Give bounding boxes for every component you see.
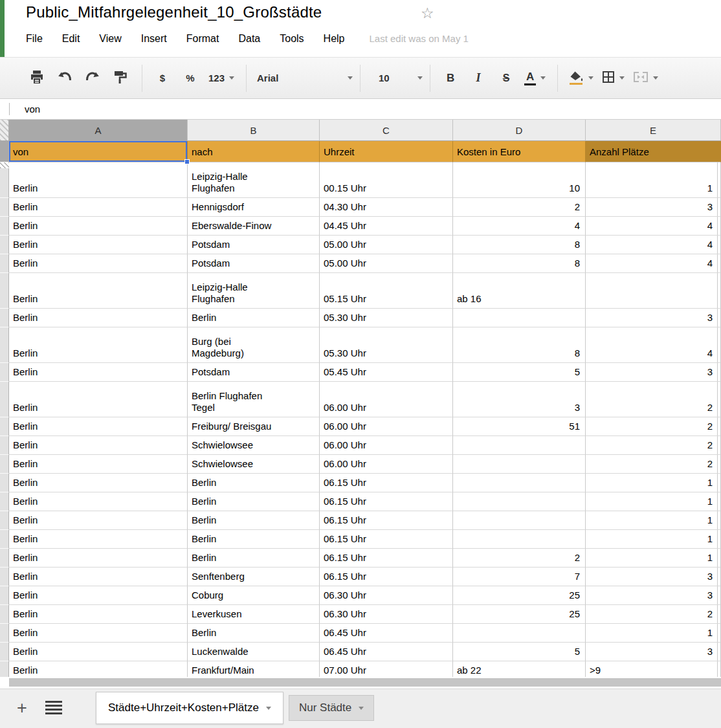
cell[interactable]: Leverkusen [188,605,320,624]
cell[interactable]: Berlin [9,162,188,198]
row-header[interactable] [0,198,9,217]
row-header[interactable] [0,511,9,530]
row-header[interactable] [0,217,9,236]
cell[interactable]: Freiburg/ Breisgau [188,417,320,436]
cell[interactable]: 2 [586,436,721,455]
cell[interactable]: 04.30 Uhr [320,198,453,217]
cell[interactable]: 3 [586,198,721,217]
cell[interactable]: Schwielowsee [188,455,320,474]
row-header[interactable] [0,273,9,309]
cell[interactable]: 2 [453,549,586,568]
cell[interactable]: Eberswalde-Finow [188,217,320,236]
add-sheet-button[interactable]: + [10,696,34,720]
chevron-down-icon[interactable] [359,707,364,710]
cell[interactable]: 2 [586,382,721,417]
cell[interactable]: Luckenwalde [188,643,320,661]
cell[interactable] [453,530,586,549]
cell[interactable]: 1 [586,530,721,549]
cell[interactable]: 1 [586,162,721,198]
cell[interactable]: Senftenberg [188,568,320,586]
cell[interactable]: Berlin [9,327,188,363]
chevron-down-icon[interactable] [266,707,271,710]
cell[interactable]: 3 [586,568,721,586]
cell[interactable]: 5 [453,363,586,382]
row-header[interactable] [0,436,9,455]
cell[interactable]: Kosten in Euro [453,141,586,162]
row-header[interactable] [0,643,9,661]
cell[interactable]: 4 [453,217,586,236]
cell[interactable]: Berlin [9,217,188,236]
cell[interactable]: Berlin Flughafen Tegel [188,382,320,417]
cell[interactable]: 06.00 Uhr [320,455,453,474]
cell[interactable] [453,624,586,643]
cell[interactable]: 04.45 Uhr [320,217,453,236]
row-header[interactable] [0,492,9,511]
cell[interactable]: >9 [586,661,721,678]
cell[interactable]: Leipzig-Halle Flughafen [188,273,320,309]
cell[interactable]: Berlin [9,436,188,455]
cell[interactable]: 3 [586,586,721,605]
print-button[interactable] [27,67,47,90]
column-header-A[interactable]: A [9,120,188,141]
font-family-select[interactable]: Arial [257,72,353,83]
cell[interactable]: 06.00 Uhr [320,382,453,417]
format-currency-button[interactable]: $ [153,67,172,90]
cell[interactable]: 4 [586,217,721,236]
cell[interactable] [586,273,721,309]
cell[interactable]: Berlin [9,605,188,624]
cell[interactable]: Berlin [9,643,188,661]
cell[interactable]: 3 [586,363,721,382]
cell[interactable]: Uhrzeit [320,141,453,162]
cell[interactable]: Berlin [9,549,188,568]
row-header[interactable] [0,417,9,436]
text-color-button[interactable]: A [524,67,546,90]
cell[interactable]: 2 [586,455,721,474]
cell[interactable]: 06.30 Uhr [320,605,453,624]
row-header[interactable] [0,661,9,678]
row-header[interactable] [0,605,9,624]
cell[interactable]: 3 [453,382,586,417]
star-icon[interactable]: ☆ [421,5,434,21]
menu-insert[interactable]: Insert [141,33,167,45]
paint-format-button[interactable] [111,67,130,90]
column-header-C[interactable]: C [320,120,453,141]
cell[interactable]: Berlin [9,236,188,254]
menu-edit[interactable]: Edit [62,33,80,45]
cell[interactable]: 8 [453,236,586,254]
cell[interactable]: Berlin [9,586,188,605]
cell[interactable]: Anzahl Plätze [586,141,721,162]
sheet-tab-inactive[interactable]: Nur Städte [289,695,374,721]
cell[interactable]: Berlin [9,624,188,643]
row-header[interactable] [0,530,9,549]
cell[interactable]: 4 [586,327,721,363]
cell[interactable]: 05.00 Uhr [320,254,453,273]
document-title[interactable]: Public_Mitfahrgelegenheit_10_Großstädte [26,3,322,21]
select-all-corner[interactable] [0,120,9,141]
row-header[interactable] [0,568,9,586]
row-header[interactable] [0,549,9,568]
cell[interactable]: 4 [586,236,721,254]
cell[interactable]: Berlin [9,382,188,417]
cell[interactable]: Berlin [9,492,188,511]
format-percent-button[interactable]: % [181,67,200,90]
row-header[interactable] [0,236,9,254]
row-header[interactable] [0,327,9,363]
menu-file[interactable]: File [26,33,43,45]
cell[interactable]: Leipzig-Halle Flughafen [188,162,320,198]
cell[interactable]: Berlin [9,273,188,309]
borders-button[interactable] [602,67,625,90]
cell[interactable]: Hennigsdorf [188,198,320,217]
cell[interactable]: Berlin [9,474,188,492]
cell[interactable]: Burg (bei Magdeburg) [188,327,320,363]
cell[interactable]: 07.00 Uhr [320,661,453,678]
cell[interactable]: Schwielowsee [188,436,320,455]
cell[interactable]: 06.15 Uhr [320,568,453,586]
cell[interactable]: Berlin [9,661,188,678]
cell[interactable]: 05.30 Uhr [320,327,453,363]
cell[interactable]: Frankfurt/Main [188,661,320,678]
strikethrough-button[interactable]: S [496,67,516,90]
cell[interactable]: 5 [453,643,586,661]
cell[interactable]: 4 [586,254,721,273]
row-header[interactable] [0,382,9,417]
cell[interactable]: Potsdam [188,236,320,254]
